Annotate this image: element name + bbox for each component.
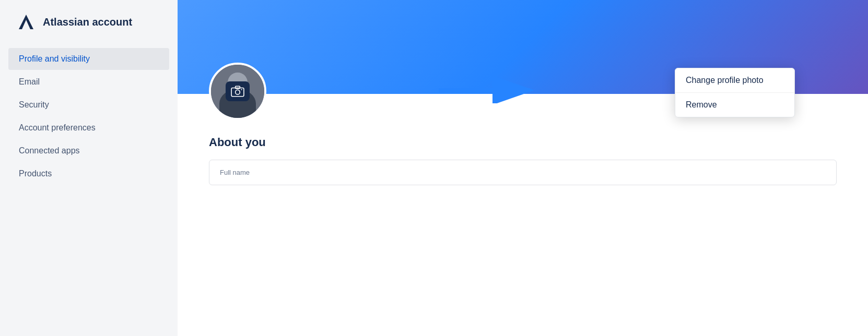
sidebar: Atlassian account Profile and visibility… xyxy=(0,0,178,336)
svg-point-2 xyxy=(236,90,240,94)
svg-point-4 xyxy=(241,89,242,90)
full-name-field: Full name xyxy=(209,160,836,185)
sidebar-item-connected-apps[interactable]: Connected apps xyxy=(8,140,169,162)
main-content: Change profile photo Remove About you Fu… xyxy=(178,0,868,336)
camera-overlay[interactable] xyxy=(226,81,250,101)
sidebar-item-email[interactable]: Email xyxy=(8,71,169,93)
svg-rect-3 xyxy=(236,86,240,88)
nav-list: Profile and visibility Email Security Ac… xyxy=(0,48,178,185)
avatar-area xyxy=(209,63,266,120)
change-profile-photo-button[interactable]: Change profile photo xyxy=(675,68,794,93)
camera-icon xyxy=(231,86,244,97)
sidebar-item-profile[interactable]: Profile and visibility xyxy=(8,48,169,70)
full-name-label: Full name xyxy=(220,169,826,176)
avatar[interactable] xyxy=(209,63,266,120)
about-form-card: Full name xyxy=(209,160,837,185)
atlassian-logo-icon xyxy=(17,13,36,31)
svg-rect-1 xyxy=(231,88,244,97)
arrow-pointer-icon xyxy=(433,77,538,103)
sidebar-header: Atlassian account xyxy=(0,13,178,48)
profile-photo-context-menu: Change profile photo Remove xyxy=(675,68,795,117)
sidebar-item-account-preferences[interactable]: Account preferences xyxy=(8,117,169,139)
about-title: About you xyxy=(209,136,837,149)
remove-photo-button[interactable]: Remove xyxy=(675,93,794,117)
sidebar-item-security[interactable]: Security xyxy=(8,94,169,116)
svg-marker-0 xyxy=(19,15,33,29)
app-title: Atlassian account xyxy=(43,16,132,28)
sidebar-item-products[interactable]: Products xyxy=(8,163,169,185)
